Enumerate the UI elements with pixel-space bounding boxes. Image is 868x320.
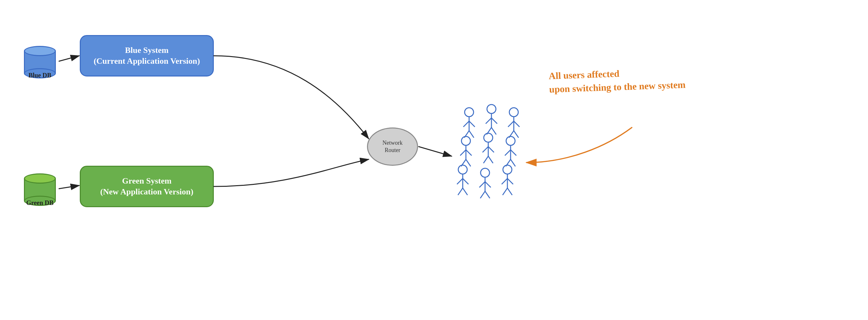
svg-point-26 (484, 133, 493, 142)
svg-line-5 (463, 178, 468, 184)
diagram-canvas: Blue DB Green DB Blue System (Current Ap… (0, 0, 868, 320)
svg-point-32 (506, 136, 515, 145)
svg-line-25 (466, 159, 471, 166)
svg-line-54 (509, 131, 514, 138)
person-figure (486, 105, 497, 135)
svg-line-42 (464, 131, 469, 138)
svg-point-2 (458, 165, 467, 174)
svg-line-35 (510, 150, 516, 155)
person-figure (505, 136, 516, 166)
green-system-box: Green System (New Application Version) (80, 166, 214, 207)
blue-db-ellipse-top (24, 46, 56, 56)
svg-line-41 (469, 121, 475, 127)
svg-line-23 (466, 150, 472, 155)
blue-system-box: Blue System (Current Application Version… (80, 35, 214, 76)
svg-line-34 (505, 150, 510, 155)
svg-line-55 (514, 131, 519, 138)
svg-line-13 (485, 191, 490, 198)
svg-line-36 (506, 159, 510, 166)
svg-line-6 (458, 188, 463, 195)
svg-line-40 (463, 121, 469, 127)
svg-line-46 (486, 118, 491, 124)
svg-line-17 (507, 178, 513, 184)
green-db: Green DB (22, 169, 57, 210)
svg-point-14 (503, 165, 512, 174)
svg-line-48 (487, 128, 491, 135)
svg-line-11 (485, 182, 491, 187)
svg-line-47 (491, 118, 497, 124)
network-router: NetworkRouter (367, 128, 418, 166)
svg-line-16 (502, 178, 507, 184)
svg-line-43 (469, 131, 474, 138)
svg-line-29 (488, 147, 494, 152)
svg-line-52 (508, 121, 514, 127)
svg-line-49 (491, 128, 496, 135)
svg-line-28 (483, 147, 488, 152)
person-figure (463, 108, 475, 138)
svg-point-20 (461, 136, 470, 145)
svg-line-18 (503, 188, 507, 195)
svg-point-50 (509, 108, 518, 117)
svg-line-19 (507, 188, 512, 195)
svg-line-4 (457, 178, 463, 184)
svg-line-22 (460, 150, 466, 155)
svg-point-8 (480, 168, 490, 177)
svg-line-12 (480, 191, 485, 198)
green-db-ellipse-top (24, 173, 56, 184)
svg-line-53 (514, 121, 520, 127)
blue-system-label: Blue System (Current Application Version… (93, 45, 200, 67)
blue-db: Blue DB (22, 41, 57, 83)
person-figure (479, 168, 491, 198)
svg-point-38 (465, 108, 473, 117)
person-figure (483, 133, 494, 163)
green-db-label: Green DB (22, 199, 57, 207)
annotation-text: All users affected upon switching to the… (549, 65, 686, 96)
svg-line-37 (510, 159, 516, 166)
blue-db-label: Blue DB (22, 72, 57, 79)
person-figure (508, 108, 520, 138)
person-figure (460, 136, 472, 166)
person-figure (502, 165, 513, 195)
svg-line-30 (484, 156, 488, 163)
person-figure (457, 165, 468, 195)
svg-line-31 (488, 156, 493, 163)
svg-point-44 (487, 105, 496, 113)
svg-line-10 (479, 182, 485, 187)
svg-line-7 (463, 188, 467, 195)
green-system-label: Green System (New Application Version) (100, 176, 193, 197)
svg-line-24 (461, 159, 466, 166)
network-router-label: NetworkRouter (383, 139, 403, 154)
